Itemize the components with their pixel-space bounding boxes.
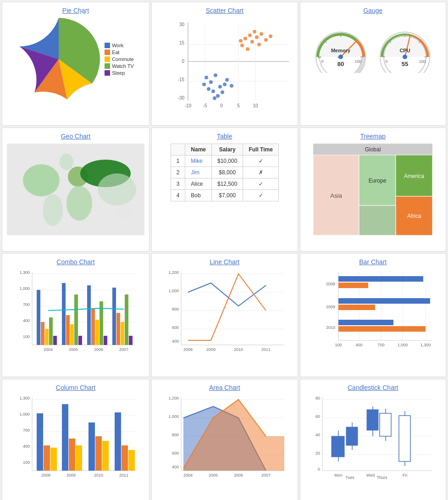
svg-point-75 [60, 154, 73, 170]
svg-rect-230 [367, 410, 378, 430]
svg-text:2011: 2011 [261, 347, 271, 352]
svg-rect-160 [338, 298, 430, 304]
svg-point-37 [211, 89, 215, 93]
svg-text:America: America [404, 173, 424, 179]
svg-point-30 [269, 34, 272, 38]
svg-text:800: 800 [172, 307, 179, 311]
svg-point-74 [23, 164, 60, 196]
row-fulltime: ✗ [243, 167, 278, 178]
svg-rect-92 [359, 206, 396, 235]
svg-text:2010: 2010 [326, 325, 335, 330]
svg-point-26 [260, 32, 263, 36]
svg-text:55: 55 [402, 61, 408, 67]
area-chart-title[interactable]: Area Chart [209, 384, 240, 391]
svg-text:-15: -15 [177, 77, 184, 82]
svg-point-81 [114, 204, 134, 221]
area-chart-cell: Area Chart 1,200 1,000 800 600 400 2004 … [151, 379, 298, 500]
svg-text:2007: 2007 [119, 347, 128, 352]
data-table: Name Salary Full Time 1 Mike $10,000 ✓ 2… [171, 144, 279, 201]
row-fulltime: ✓ [243, 178, 278, 190]
svg-rect-111 [45, 329, 49, 345]
row-name: Jim [185, 167, 212, 178]
treemap-chart-cell: Treemap Global Asia Europe America Afric… [300, 128, 447, 251]
table-chart-title[interactable]: Table [217, 133, 232, 140]
svg-point-45 [213, 96, 216, 100]
svg-point-38 [223, 83, 227, 86]
svg-rect-228 [346, 427, 358, 445]
table-chart-cell: Table Name Salary Full Time 1 Mike $10,0… [151, 128, 298, 251]
svg-rect-113 [53, 336, 57, 345]
row-salary: $10,000 [212, 156, 243, 167]
svg-text:2008: 2008 [41, 473, 50, 478]
svg-point-36 [218, 85, 222, 89]
svg-rect-184 [69, 439, 75, 471]
treemap-chart-title[interactable]: Treemap [360, 133, 386, 140]
svg-text:Mon: Mon [334, 473, 343, 478]
svg-text:2007: 2007 [261, 473, 271, 478]
bar-chart-title[interactable]: Bar Chart [359, 258, 387, 266]
svg-text:1,300: 1,300 [19, 270, 30, 275]
svg-point-25 [255, 35, 259, 39]
svg-text:1,000: 1,000 [168, 289, 179, 293]
combo-chart-cell: Combo Chart 1,300 1,000 700 400 100 2004… [2, 253, 149, 377]
col-fulltime: Full Time [243, 144, 278, 156]
combo-chart-title[interactable]: Combo Chart [56, 258, 94, 266]
svg-text:400: 400 [23, 444, 30, 449]
svg-text:5: 5 [237, 103, 240, 108]
svg-rect-180 [37, 413, 43, 471]
svg-rect-120 [91, 308, 95, 345]
row-num: 3 [171, 178, 185, 190]
svg-text:800: 800 [172, 433, 179, 437]
legend-watchtv: Watch TV [112, 63, 134, 69]
svg-text:400: 400 [172, 339, 179, 344]
pie-chart-title[interactable]: Pie Chart [62, 7, 89, 14]
svg-text:1,000: 1,000 [398, 343, 408, 347]
svg-rect-226 [332, 436, 344, 457]
svg-text:0: 0 [220, 103, 223, 108]
row-salary: $7,000 [212, 190, 243, 201]
svg-text:2008: 2008 [326, 282, 335, 286]
combo-svg: 1,300 1,000 700 400 100 2004 2005 2006 2… [11, 269, 140, 361]
svg-text:400: 400 [23, 318, 30, 323]
scatter-chart-cell: Scatter Chart 30 15 0 -15 -30 -10 -5 0 5… [151, 2, 298, 126]
svg-text:600: 600 [172, 325, 179, 330]
row-fulltime: ✓ [243, 190, 278, 201]
column-chart-title[interactable]: Column Chart [56, 384, 95, 391]
row-name: Alice [185, 178, 212, 190]
bar-svg: 100 400 700 1,000 1,300 2008 2009 2010 [309, 269, 437, 361]
svg-text:2004: 2004 [44, 347, 53, 352]
svg-rect-188 [102, 441, 109, 471]
scatter-chart-title[interactable]: Scatter Chart [206, 7, 243, 14]
svg-point-27 [264, 38, 268, 42]
row-num: 2 [171, 167, 185, 178]
svg-point-68 [403, 55, 407, 59]
gauge-chart-title[interactable]: Gauge [363, 7, 382, 14]
svg-text:1,000: 1,000 [168, 414, 179, 419]
svg-point-42 [202, 83, 206, 86]
row-fulltime: ✓ [243, 156, 278, 167]
svg-rect-232 [380, 413, 391, 436]
geo-chart-title[interactable]: Geo Chart [61, 133, 91, 140]
svg-point-24 [240, 44, 244, 47]
table-row: 3 Alice $12,500 ✓ [171, 178, 278, 190]
svg-text:30: 30 [179, 22, 185, 27]
svg-text:100: 100 [419, 59, 426, 64]
svg-text:2004: 2004 [183, 473, 193, 478]
pie-chart-cell: Pie Chart Work Eat Commute Watch TV Slee… [2, 2, 149, 126]
svg-point-32 [239, 39, 243, 43]
svg-text:2006: 2006 [94, 347, 103, 352]
candlestick-chart-title[interactable]: Candlestick Chart [348, 384, 398, 391]
svg-text:CPU: CPU [400, 48, 410, 53]
svg-rect-181 [44, 445, 50, 471]
svg-text:60: 60 [315, 414, 320, 419]
svg-text:2011: 2011 [119, 473, 128, 478]
svg-text:0: 0 [182, 59, 184, 64]
row-num: 1 [171, 156, 185, 167]
charts-grid: Pie Chart Work Eat Commute Watch TV Slee… [0, 0, 448, 500]
pie-legend: Work Eat Commute Watch TV Sleep [105, 43, 134, 76]
svg-text:-30: -30 [177, 95, 184, 100]
line-chart-title[interactable]: Line Chart [210, 258, 239, 266]
svg-text:Europe: Europe [369, 178, 387, 184]
svg-text:80: 80 [337, 61, 344, 67]
svg-rect-115 [66, 315, 70, 345]
